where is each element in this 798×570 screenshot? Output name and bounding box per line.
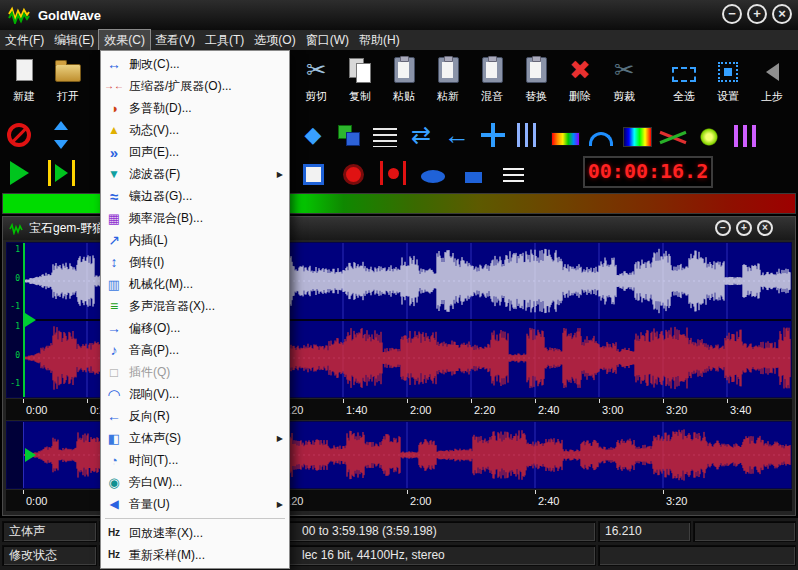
timeline-tick <box>663 490 664 494</box>
menubar-item-view[interactable]: 查看(V) <box>150 30 200 51</box>
effects-menu-item-offset[interactable]: →偏移(O)... <box>101 317 289 339</box>
timeline-label: 0:00 <box>26 404 47 416</box>
swap-icon[interactable]: ⇄ <box>406 119 436 151</box>
effects-menu-item-invert[interactable]: ↕倒转(I) <box>101 251 289 273</box>
record-icon[interactable] <box>338 157 368 189</box>
toolbar-button-new[interactable]: 新建 <box>2 52 46 114</box>
effects-menu-item-mechanize[interactable]: ▥机械化(M)... <box>101 273 289 295</box>
dome-icon[interactable] <box>586 119 616 151</box>
timeline-label: 2:20 <box>474 404 495 416</box>
toolbar-button-select-all[interactable]: 全选 <box>662 52 706 114</box>
effects-menu-item-stereo[interactable]: ◧立体声(S)▶ <box>101 427 289 449</box>
oval-icon[interactable] <box>418 157 448 189</box>
eq-sliders-icon[interactable] <box>514 119 544 151</box>
volume-icon: ◀ <box>104 498 124 510</box>
play-selection-icon[interactable] <box>46 157 76 189</box>
effects-menu-item-reverb[interactable]: ◠混响(V)... <box>101 383 289 405</box>
close-button[interactable]: × <box>772 4 792 24</box>
disable-icon[interactable] <box>4 119 34 151</box>
toolbar-button-label: 打开 <box>57 89 79 104</box>
effects-menu-item-playback-rate[interactable]: Hz回放速率(X)... <box>101 522 289 544</box>
menubar-item-options[interactable]: 选项(O) <box>249 30 300 51</box>
playlist-icon[interactable] <box>370 119 400 151</box>
rainbow-icon[interactable] <box>550 119 580 151</box>
effects-menu-item-pitch[interactable]: ♪音高(P)... <box>101 339 289 361</box>
effects-menu-item-flanger[interactable]: ≈镶边器(G)... <box>101 185 289 207</box>
minimize-button[interactable]: − <box>722 4 742 24</box>
effects-menu-item-plugin[interactable]: □插件(Q) <box>101 361 289 383</box>
effects-menu-item-echo[interactable]: »回声(E)... <box>101 141 289 163</box>
toolbar-button-label: 删除 <box>569 89 591 104</box>
spectrum-icon[interactable] <box>622 119 652 151</box>
menubar-item-window[interactable]: 窗口(W) <box>301 30 354 51</box>
menubar-item-edit[interactable]: 编辑(E) <box>49 30 99 51</box>
toolbar-button-trim[interactable]: ✂剪裁 <box>602 52 646 114</box>
toolbar-button-paste-new[interactable]: 粘新 <box>426 52 470 114</box>
select-all-icon <box>672 52 696 88</box>
overview-playhead-marker[interactable] <box>25 448 36 462</box>
effects-menu-item-doppler[interactable]: ◑多普勒(D)... <box>101 97 289 119</box>
toolbar-button-delete[interactable]: ✖删除 <box>558 52 602 114</box>
axis-label: 1 <box>7 323 20 331</box>
toolbar-button-label: 剪裁 <box>613 89 635 104</box>
toolbar-button-label: 粘新 <box>437 89 459 104</box>
effects-menu-item-dynamics[interactable]: ▲动态(V)... <box>101 119 289 141</box>
timeline-label: 0:00 <box>26 495 47 507</box>
toolbar-button-copy[interactable]: 复制 <box>338 52 382 114</box>
menubar-item-effect[interactable]: 效果(C) <box>99 30 150 51</box>
toolbar-button-cut[interactable]: ✂剪切 <box>294 52 338 114</box>
stop-icon[interactable] <box>298 157 328 189</box>
menubar-item-tool[interactable]: 工具(T) <box>200 30 249 51</box>
effects-menu-item-censor[interactable]: ↔删改(C)... <box>101 53 289 75</box>
toolbar-button-replace[interactable]: 替换 <box>514 52 558 114</box>
layers-icon[interactable] <box>334 119 364 151</box>
list-icon[interactable] <box>498 157 528 189</box>
document-icon <box>9 223 23 235</box>
document-window-controls: −+× <box>715 220 773 236</box>
menubar: 文件(F)编辑(E)效果(C)查看(V)工具(T)选项(O)窗口(W)帮助(H) <box>0 30 798 50</box>
effects-menu-item-interpolate[interactable]: ↗内插(L) <box>101 229 289 251</box>
effects-menu-item-mixer[interactable]: ≡多声混音器(X)... <box>101 295 289 317</box>
crossfade-icon[interactable] <box>658 119 688 151</box>
effects-menu-item-frequency-blend[interactable]: ▦频率混合(B)... <box>101 207 289 229</box>
updown-arrows-icon[interactable] <box>46 119 76 151</box>
menubar-item-file[interactable]: 文件(F) <box>0 30 49 51</box>
toolbar-group-edit: ✂剪切复制粘贴粘新混音替换✖删除✂剪裁 <box>294 52 646 114</box>
move-icon[interactable] <box>478 119 508 151</box>
play-icon[interactable] <box>4 157 34 189</box>
status-channel-mode[interactable]: 立体声 <box>2 521 97 542</box>
effects-menu-item-resample[interactable]: Hz重新采样(M)... <box>101 544 289 566</box>
effects-menu-item-volume[interactable]: ◀音量(U)▶ <box>101 493 289 515</box>
meter-bars-icon[interactable] <box>730 119 760 151</box>
playhead-marker[interactable] <box>25 313 36 327</box>
effects-menu-item-time[interactable]: ◔时间(T)... <box>101 449 289 471</box>
toolbar-button-label: 复制 <box>349 89 371 104</box>
toolbar-button-prev[interactable]: 上步 <box>750 52 794 114</box>
toolbar-button-mix[interactable]: 混音 <box>470 52 514 114</box>
menu-item-label: 内插(L) <box>129 232 168 249</box>
effects-menu-item-voice-over[interactable]: ◉旁白(W)... <box>101 471 289 493</box>
fx-row-bottom-left <box>4 157 76 189</box>
timeline-tick <box>471 399 472 403</box>
effects-menu-item-reverse[interactable]: ←反向(R) <box>101 405 289 427</box>
playback-rate-icon: Hz <box>104 528 124 538</box>
resample-icon: Hz <box>104 550 124 560</box>
spark-icon[interactable] <box>694 119 724 151</box>
effects-menu-item-compressor-expander[interactable]: →←压缩器/扩展器(O)... <box>101 75 289 97</box>
record-selection-icon[interactable] <box>378 157 408 189</box>
menubar-item-help[interactable]: 帮助(H) <box>354 30 405 51</box>
effects-menu-item-filter[interactable]: ▼滤波器(F)▶ <box>101 163 289 185</box>
doc-minimize-button[interactable]: − <box>715 220 731 236</box>
arrow-left-icon[interactable]: ← <box>442 119 472 151</box>
marker-icon[interactable] <box>458 157 488 189</box>
toolbar-button-paste[interactable]: 粘贴 <box>382 52 426 114</box>
toolbar-button-open[interactable]: 打开 <box>46 52 90 114</box>
doc-maximize-button[interactable]: + <box>736 220 752 236</box>
doc-close-button[interactable]: × <box>757 220 773 236</box>
status-marker-value[interactable]: 16.210 <box>598 521 691 542</box>
status-modify-state[interactable]: 修改状态 <box>2 545 97 566</box>
maximize-button[interactable]: + <box>747 4 767 24</box>
compass-icon[interactable]: ◆ <box>298 119 328 151</box>
toolbar-button-label: 混音 <box>481 89 503 104</box>
toolbar-button-set[interactable]: 设置 <box>706 52 750 114</box>
